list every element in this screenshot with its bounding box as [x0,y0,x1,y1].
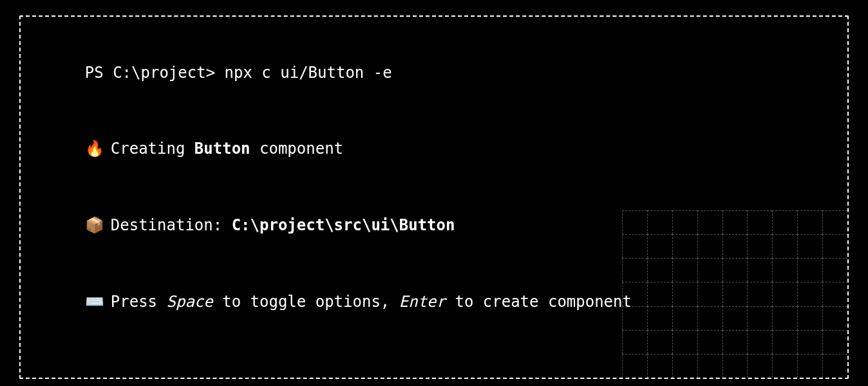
hint-t1: Press [111,293,167,311]
destination-path: C:\project\src\ui\Button [232,216,455,234]
hint-t2: to toggle options, [213,293,399,311]
status-destination: 📦Destination: C:\project\src\ui\Button [48,188,820,264]
fire-icon: 🔥 [85,140,104,158]
hint-t3: to create component [446,293,632,311]
package-icon: 📦 [85,216,104,234]
option-style-files[interactable]: ❯Style files [48,366,820,379]
status-hint: ⌨️Press Space to toggle options, Enter t… [48,264,820,340]
terminal-panel[interactable]: PS C:\project> npx c ui/Button -e 🔥Creat… [19,15,849,379]
hint-key2: Enter [399,293,446,311]
prompt-line[interactable]: PS C:\project> npx c ui/Button -e [48,35,820,111]
keyboard-icon: ⌨️ [85,293,104,311]
ps1-prompt: PS C:\project> [85,64,215,82]
creating-prefix: Creating [111,140,194,158]
blank-line [48,340,820,366]
creating-name: Button [194,140,250,158]
command-input-text: npx c ui/Button -e [225,64,392,82]
hint-key1: Space [167,293,213,311]
status-creating: 🔥Creating Button component [48,111,820,188]
creating-suffix: component [250,140,344,158]
destination-prefix: Destination: [111,216,232,234]
